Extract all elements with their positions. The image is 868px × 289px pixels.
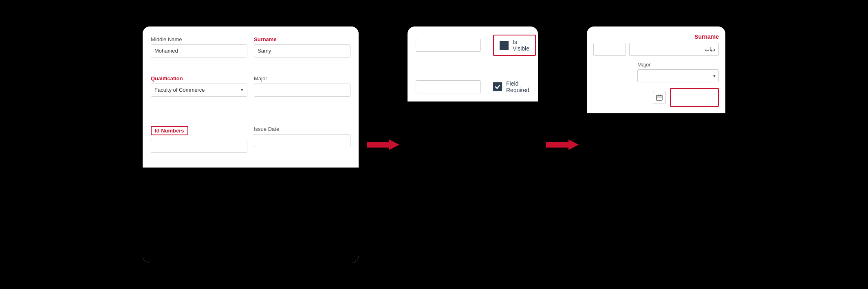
is-visible-label: Is Visible [513,39,529,52]
right-bottom-row [593,88,719,107]
middle-row2: Field Required [416,80,530,93]
svg-rect-2 [657,95,662,100]
middle-name-input[interactable] [151,44,247,57]
surname-input[interactable] [254,44,350,57]
arrow2-icon [546,139,579,151]
id-row: Id Numbers Issue Date [151,126,350,153]
field-required-label: Field Required [506,80,530,93]
is-visible-checkbox[interactable] [500,41,509,50]
id-numbers-col: Id Numbers [151,126,247,153]
right-surname-label: Surname [694,33,719,40]
middle-name-label: Middle Name [151,36,247,42]
major-input[interactable] [254,84,350,97]
svg-marker-1 [546,139,579,150]
major-col: Major [254,75,350,97]
middle-panel-black-area [408,101,538,263]
issue-date-label: Issue Date [254,126,350,132]
qualification-row: Qualification Faculty of Commerce ▼ Majo… [151,75,350,97]
id-numbers-label-text: Id Numbers [151,126,188,135]
arrow1-container [359,26,408,263]
arrow1-icon [367,139,399,151]
right-select-wrapper: ▼ [637,69,719,82]
right-white-section: Surname Major [587,26,725,113]
field-required-checkbox[interactable] [493,82,502,91]
issue-date-col: Issue Date [254,126,350,153]
id-numbers-label: Id Numbers [151,126,247,135]
red-outlined-input-box[interactable] [670,88,719,107]
qualification-col: Qualification Faculty of Commerce ▼ [151,75,247,97]
qualification-select-wrapper: Faculty of Commerce ▼ [151,84,247,97]
middle-white-section: Is Visible Field Required [408,26,538,101]
checkmark-icon [495,84,500,90]
scene: Middle Name Surname Qualification Facult… [0,0,868,289]
middle-input-1[interactable] [416,39,481,52]
right-panel-black-area [587,113,725,263]
middle-name-col: Middle Name [151,36,247,57]
panel-left: Middle Name Surname Qualification Facult… [143,26,359,263]
qualification-select[interactable]: Faculty of Commerce [151,84,247,97]
surname-label: Surname [254,36,350,42]
name-row: Middle Name Surname [151,36,350,57]
panel-right: Surname Major [587,26,725,263]
qualification-label: Qualification [151,75,247,82]
middle-input-row1: Is Visible [416,35,530,56]
right-major-label: Major [637,62,719,68]
panel-middle: Is Visible Field Required [408,26,538,263]
major-label: Major [254,75,350,82]
is-visible-wrapper: Is Visible [493,35,536,56]
surname-col: Surname [254,36,350,57]
left-panel-black-area [143,168,359,263]
right-major-select[interactable] [637,69,719,82]
calendar-icon [656,94,663,101]
right-arabic-surname-input[interactable] [629,43,719,56]
right-small-input[interactable] [593,43,626,56]
id-number-input[interactable] [151,140,247,153]
arrow2-container [538,26,587,263]
calendar-icon-button[interactable] [653,91,666,104]
svg-marker-0 [367,139,399,150]
issue-date-input[interactable] [254,134,350,147]
field-required-row: Field Required [493,80,530,93]
middle-input-2[interactable] [416,80,481,93]
